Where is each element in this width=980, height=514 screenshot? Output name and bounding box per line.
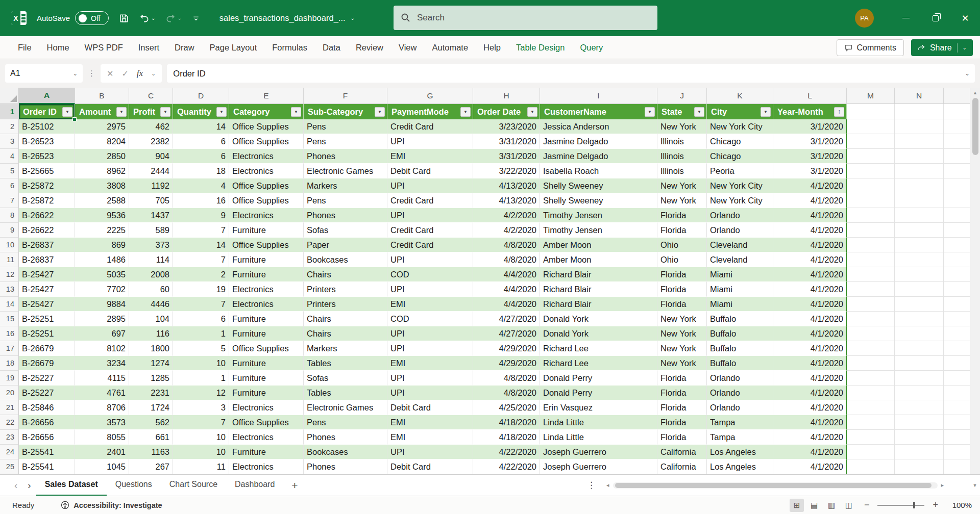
row-header-24[interactable]: 24 [0, 445, 19, 459]
cell[interactable]: 9884 [75, 297, 129, 312]
cell[interactable]: 3/1/2020 [773, 119, 847, 134]
column-header-A[interactable]: A [19, 88, 75, 104]
cell[interactable]: Debit Card [387, 400, 473, 415]
ribbon-tab-query[interactable]: Query [572, 36, 610, 59]
cell[interactable]: Phones [304, 430, 387, 445]
cell[interactable]: UPI [387, 326, 473, 341]
cell[interactable]: UPI [387, 341, 473, 356]
cell[interactable]: Cleveland [707, 252, 773, 267]
filter-dropdown-icon[interactable]: ▼ [527, 107, 537, 117]
cell[interactable]: Bookcases [304, 252, 387, 267]
filter-dropdown-icon[interactable]: ▼ [460, 107, 471, 117]
cell[interactable]: Amber Moon [540, 252, 657, 267]
cell[interactable]: 5035 [75, 267, 129, 282]
cell[interactable]: B-26837 [19, 252, 75, 267]
account-avatar[interactable]: PA [855, 9, 874, 28]
undo-dropdown-icon[interactable]: ⌄ [151, 15, 155, 21]
filter-dropdown-icon[interactable]: ▼ [216, 107, 227, 117]
row-header-5[interactable]: 5 [0, 164, 19, 178]
cell[interactable]: 3 [173, 400, 229, 415]
cell[interactable]: 10 [173, 445, 229, 459]
cell[interactable]: Office Supplies [229, 134, 304, 149]
cell[interactable]: Linda Little [540, 415, 657, 430]
cell[interactable]: B-25102 [19, 119, 75, 134]
row-header-15[interactable]: 15 [0, 312, 19, 326]
autosave-toggle[interactable]: Off [75, 11, 109, 25]
horizontal-scrollbar[interactable]: ◂ ▸ [605, 482, 945, 489]
filter-dropdown-icon[interactable]: ▼ [116, 107, 127, 117]
row-header-18[interactable]: 18 [0, 356, 19, 371]
cell[interactable]: 2975 [75, 119, 129, 134]
cell[interactable]: Florida [657, 297, 707, 312]
cell[interactable]: UPI [387, 371, 473, 386]
cell[interactable]: 1045 [75, 459, 129, 474]
cell[interactable]: Joseph Guerrero [540, 445, 657, 459]
cell[interactable]: 4761 [75, 386, 129, 400]
minimize-button[interactable] [891, 0, 921, 36]
fx-dropdown-icon[interactable]: ⌄ [151, 70, 156, 77]
filter-dropdown-icon[interactable]: ▼ [160, 107, 170, 117]
cell[interactable]: Buffalo [707, 326, 773, 341]
row-header-1[interactable]: 1 [0, 104, 19, 119]
sort-ascending-icon[interactable]: ↑ [834, 107, 844, 117]
page-break-icon[interactable]: ◫ [842, 499, 856, 512]
cell[interactable] [847, 400, 895, 415]
cell[interactable]: 4/1/2020 [773, 193, 847, 208]
row-header-21[interactable]: 21 [0, 400, 19, 415]
cell[interactable]: 4/2/2020 [473, 208, 540, 223]
table-header-cell-order-id[interactable]: Order ID▼ [19, 104, 75, 119]
cell[interactable] [847, 371, 895, 386]
table-header-cell-sub-category[interactable]: Sub-Category▼ [304, 104, 387, 119]
cell[interactable] [847, 297, 895, 312]
cell[interactable] [895, 459, 944, 474]
save-button[interactable] [119, 13, 129, 23]
cell[interactable]: 1 [173, 371, 229, 386]
row-header-19[interactable]: 19 [0, 371, 19, 386]
table-header-cell-year-month[interactable]: Year-Month↑ [773, 104, 847, 119]
cell[interactable] [847, 149, 895, 164]
cell[interactable]: 4/1/2020 [773, 356, 847, 371]
filter-dropdown-icon[interactable]: ▼ [645, 107, 655, 117]
cell[interactable]: Debit Card [387, 459, 473, 474]
cell[interactable] [895, 149, 944, 164]
cell[interactable]: 3/23/2020 [473, 119, 540, 134]
cell[interactable]: Furniture [229, 326, 304, 341]
cell[interactable] [895, 164, 944, 178]
scroll-right-icon[interactable]: ▸ [940, 482, 946, 489]
cell[interactable]: UPI [387, 134, 473, 149]
cell[interactable]: 4/1/2020 [773, 371, 847, 386]
cell[interactable]: Furniture [229, 371, 304, 386]
cell[interactable]: Electronics [229, 459, 304, 474]
cell[interactable] [847, 223, 895, 238]
row-header-7[interactable]: 7 [0, 193, 19, 208]
cell[interactable] [895, 134, 944, 149]
cell[interactable]: Paper [304, 238, 387, 252]
cell[interactable]: 697 [75, 326, 129, 341]
column-header-K[interactable]: K [707, 88, 773, 104]
cell[interactable] [847, 104, 895, 119]
cell[interactable]: 8962 [75, 164, 129, 178]
ribbon-tab-table-design[interactable]: Table Design [508, 36, 572, 59]
column-header-E[interactable]: E [229, 88, 304, 104]
search-input[interactable] [417, 13, 650, 23]
cell[interactable]: 4115 [75, 371, 129, 386]
row-header-8[interactable]: 8 [0, 208, 19, 223]
cell[interactable]: B-25872 [19, 193, 75, 208]
cell[interactable]: New York [657, 312, 707, 326]
cell[interactable]: Illinois [657, 164, 707, 178]
cell[interactable]: Ohio [657, 252, 707, 267]
cell[interactable]: Florida [657, 415, 707, 430]
cell[interactable]: 373 [129, 238, 173, 252]
cell[interactable]: Office Supplies [229, 193, 304, 208]
cell[interactable]: 4/1/2020 [773, 326, 847, 341]
cell[interactable] [895, 341, 944, 356]
zoom-level[interactable]: 100% [946, 501, 972, 509]
cell[interactable]: 4/22/2020 [473, 459, 540, 474]
cell[interactable]: 114 [129, 252, 173, 267]
cell[interactable]: EMI [387, 430, 473, 445]
cell[interactable]: 2382 [129, 134, 173, 149]
cell[interactable]: Linda Little [540, 430, 657, 445]
cell[interactable]: Tampa [707, 415, 773, 430]
cell[interactable]: 4/8/2020 [473, 371, 540, 386]
table-header-cell-customername[interactable]: CustomerName▼ [540, 104, 657, 119]
